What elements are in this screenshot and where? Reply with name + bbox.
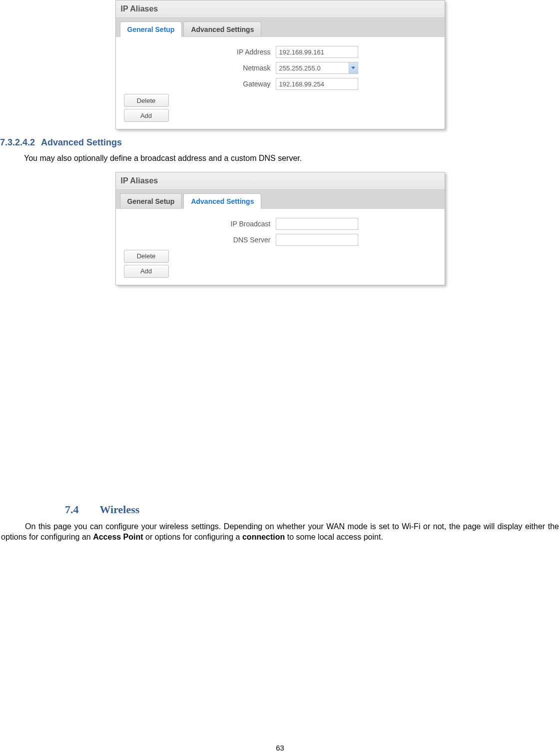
delete-button[interactable]: Delete <box>124 94 169 107</box>
dns-server-input[interactable] <box>276 234 358 246</box>
section-number: 7.4 <box>65 503 79 516</box>
tab-bar: General Setup Advanced Settings <box>116 190 445 208</box>
gateway-input[interactable] <box>276 78 358 90</box>
ip-address-input[interactable] <box>276 46 358 58</box>
panel-title: IP Aliases <box>116 0 445 18</box>
section-heading-wireless: 7.4Wireless <box>65 503 560 516</box>
panel-body: IP Broadcast DNS Server Delete Add <box>116 208 445 285</box>
chevron-down-icon <box>349 62 358 73</box>
advanced-description: You may also optionally define a broadca… <box>0 153 560 164</box>
tab-advanced-settings[interactable]: Advanced Settings <box>183 193 261 209</box>
panel-title: IP Aliases <box>116 172 445 190</box>
delete-button[interactable]: Delete <box>124 250 169 263</box>
dns-server-label: DNS Server <box>121 236 276 244</box>
netmask-value: 255.255.255.0 <box>279 64 321 72</box>
ip-address-label: IP Address <box>121 48 276 56</box>
section-heading-advanced: 7.3.2.4.2Advanced Settings <box>0 137 560 148</box>
panel-body: IP Address Netmask 255.255.255.0 Gateway… <box>116 36 445 129</box>
add-button[interactable]: Add <box>124 109 169 122</box>
section-title: Advanced Settings <box>41 137 122 147</box>
ip-broadcast-label: IP Broadcast <box>121 220 276 228</box>
wireless-description: On this page you can configure your wire… <box>0 521 560 543</box>
gateway-label: Gateway <box>121 80 276 88</box>
section-title: Wireless <box>100 503 140 516</box>
netmask-select[interactable]: 255.255.255.0 <box>276 62 358 74</box>
ip-broadcast-input[interactable] <box>276 218 358 230</box>
tab-general-setup[interactable]: General Setup <box>120 193 182 208</box>
tab-bar: General Setup Advanced Settings <box>116 18 445 36</box>
section-number: 7.3.2.4.2 <box>0 137 35 147</box>
netmask-label: Netmask <box>121 64 276 72</box>
tab-advanced-settings[interactable]: Advanced Settings <box>183 21 261 36</box>
ip-aliases-panel-advanced: IP Aliases General Setup Advanced Settin… <box>115 172 445 285</box>
ip-aliases-panel-general: IP Aliases General Setup Advanced Settin… <box>115 0 445 129</box>
add-button[interactable]: Add <box>124 265 169 278</box>
page-number: 63 <box>0 744 560 752</box>
tab-general-setup[interactable]: General Setup <box>120 21 182 37</box>
